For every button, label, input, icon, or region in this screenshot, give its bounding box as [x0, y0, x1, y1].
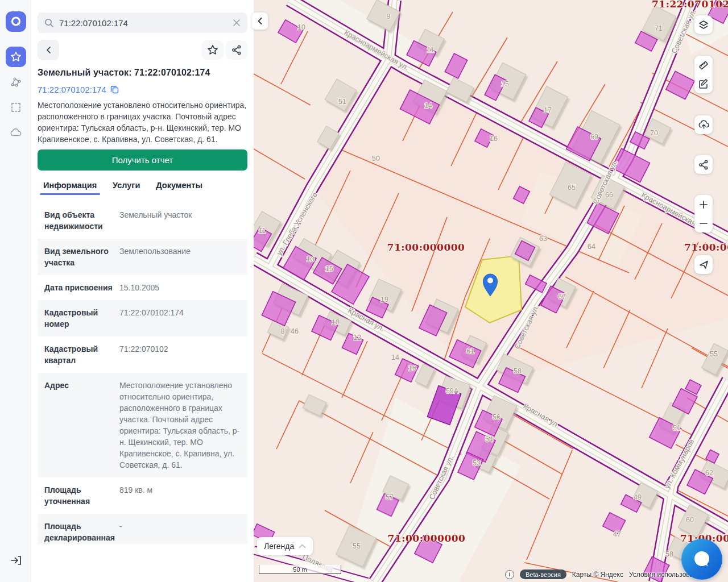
chevron-left-icon: [46, 46, 52, 54]
map-canvas[interactable]: Красноармейская ул.Красноармейская ул.Со…: [254, 0, 728, 582]
parcel-number: 19: [380, 296, 388, 304]
row-value: 15.10.2005: [119, 280, 247, 296]
parcel-number: 61: [466, 347, 474, 355]
layers-control[interactable]: [694, 15, 713, 34]
search-input[interactable]: [59, 18, 233, 28]
row-value: 71:22:070102:174: [119, 305, 247, 332]
object-title: Земельный участок: 71:22:070102:174: [38, 68, 247, 78]
edit-button[interactable]: [694, 74, 713, 93]
sidebar-item-favorites[interactable]: [6, 47, 26, 67]
info-panel: Земельный участок: 71:22:070102:174 71:2…: [31, 0, 254, 582]
edit-icon: [698, 78, 709, 90]
app-window: Красноармейская ул.Красноармейская ул.Со…: [0, 0, 728, 582]
favorite-object-button[interactable]: [202, 40, 224, 60]
parcel-number: 65: [568, 184, 576, 192]
parcel-number: 47: [613, 530, 621, 538]
row-value: -: [119, 518, 247, 544]
chat-widget-button[interactable]: [681, 539, 722, 580]
parcel-number: 17: [544, 106, 552, 114]
zoom-control[interactable]: [694, 195, 713, 232]
cadastral-number-link[interactable]: 71:22:070102:174: [38, 85, 106, 94]
upload-control[interactable]: [694, 115, 713, 134]
sidebar-item-select-area[interactable]: [6, 97, 26, 118]
row-label: Площадь декларированная: [44, 518, 119, 544]
table-row: Кадастровый номер71:22:070102:174: [38, 300, 247, 336]
share-object-button[interactable]: [226, 40, 247, 60]
row-label: Кадастровый квартал: [44, 341, 119, 368]
clear-search-icon[interactable]: [233, 19, 241, 27]
share-map-control[interactable]: [694, 155, 713, 174]
search-box[interactable]: [38, 13, 247, 33]
parcel-number: 16: [490, 135, 498, 143]
info-icon[interactable]: i: [505, 570, 514, 579]
parcel-number: 53: [473, 459, 481, 467]
table-row: Кадастровый квартал71:22:070102: [38, 336, 247, 373]
layers-button[interactable]: [694, 15, 713, 34]
parcel-number: 51: [673, 424, 681, 432]
row-label: Кадастровый номер: [44, 305, 119, 332]
table-row: Дата присвоения15.10.2005: [38, 275, 247, 300]
plus-icon: [699, 200, 708, 209]
parcel-number: 50: [372, 155, 380, 163]
copy-icon[interactable]: [110, 85, 119, 94]
upload-button[interactable]: [694, 115, 713, 134]
sidebar-item-layers-graph[interactable]: [6, 72, 26, 93]
sidebar-item-cloud[interactable]: [6, 122, 26, 143]
row-label: Вид объекта недвижимости: [44, 207, 119, 234]
parcel-number: 71: [655, 24, 663, 32]
table-row: Площадь декларированная-: [38, 514, 247, 544]
tab-документы[interactable]: Документы: [156, 177, 202, 195]
parcel-number: 57: [386, 493, 394, 501]
exit-icon: [10, 554, 22, 567]
parcel-number: 54: [485, 435, 493, 443]
parcel-number: 10: [297, 23, 305, 31]
row-label: Вид земельного участка: [44, 243, 119, 271]
share-icon: [231, 45, 242, 55]
row-label: Дата присвоения: [44, 280, 119, 296]
parcel-number: 62: [705, 469, 713, 477]
minus-icon: [699, 219, 708, 228]
chat-bubble-icon: [690, 548, 713, 571]
map-attribution: i Beta-версия Карты © Яндекс Условия исп…: [505, 569, 705, 579]
get-report-button[interactable]: Получить отчет: [38, 149, 247, 171]
parcel-number: 69: [590, 133, 598, 141]
tab-услуги[interactable]: Услуги: [113, 177, 140, 195]
parcel-number: 16: [408, 364, 416, 372]
layers-icon: [698, 19, 709, 31]
app-logo[interactable]: [6, 11, 26, 32]
parcel-number: 58: [665, 550, 673, 558]
measure-edit-control[interactable]: [694, 56, 713, 93]
tab-информация[interactable]: Информация: [43, 177, 97, 195]
zoom-out-button[interactable]: [694, 214, 713, 232]
zoom-in-button[interactable]: [694, 195, 713, 214]
search-icon: [44, 18, 54, 28]
cadastral-quarter-label: 71:00:000000: [388, 533, 466, 544]
parcel-number: 55: [353, 542, 361, 550]
polygon-nodes-icon: [10, 76, 22, 89]
parcel-number: 13: [307, 255, 315, 263]
sidebar-item-exit[interactable]: [7, 551, 25, 569]
dashed-square-icon: [10, 102, 22, 113]
parcel-number: 63: [539, 235, 547, 243]
parcel-number: 49: [634, 493, 642, 501]
legend-button[interactable]: Легенда: [257, 537, 313, 555]
back-button[interactable]: [38, 40, 59, 60]
yandex-copyright[interactable]: Карты © Яндекс: [572, 571, 623, 579]
tab-bar: ИнформацияУслугиДокументы: [38, 177, 247, 195]
cadastral-quarter-label: 71:00:000000: [387, 242, 465, 253]
locate-control[interactable]: [694, 255, 713, 274]
map-svg[interactable]: Красноармейская ул.Красноармейская ул.Со…: [254, 0, 728, 582]
cloud-icon: [10, 127, 22, 138]
ruler-button[interactable]: [694, 56, 713, 74]
share-map-button[interactable]: [694, 155, 713, 174]
table-row: Площадь уточненная819 кв. м: [38, 477, 247, 514]
locate-button[interactable]: [694, 255, 713, 274]
info-table: Вид объекта недвижимостиЗемельный участо…: [38, 202, 247, 544]
collapse-panel-button[interactable]: [252, 13, 268, 30]
row-value: Земельный участок: [119, 207, 247, 234]
parcel-number: 46: [291, 327, 299, 335]
parcel-number: 67: [558, 293, 566, 301]
row-label: Адрес: [44, 377, 119, 473]
cloud-upload-icon: [698, 119, 710, 131]
navigation-arrow-icon: [698, 259, 709, 270]
